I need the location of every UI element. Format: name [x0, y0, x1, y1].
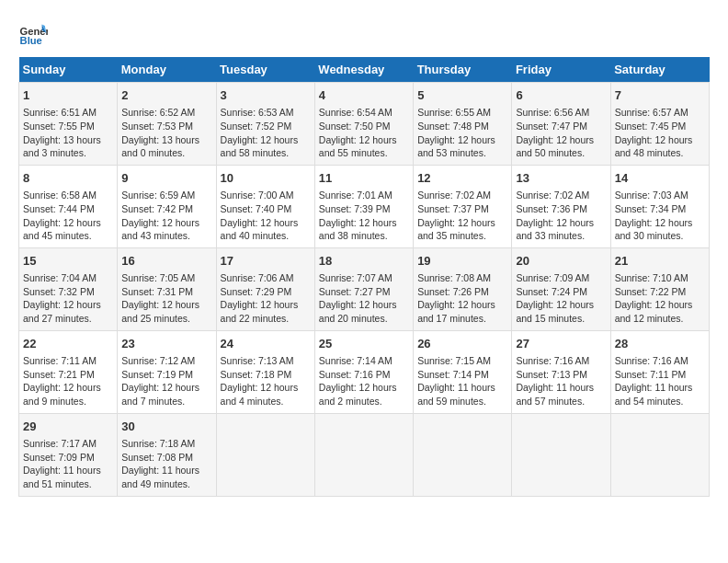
day-info: Sunset: 7:36 PM [516, 203, 587, 214]
calendar-cell: 10Sunrise: 7:00 AMSunset: 7:40 PMDayligh… [216, 165, 314, 247]
calendar-cell: 16Sunrise: 7:05 AMSunset: 7:31 PMDayligh… [118, 247, 216, 330]
day-info: Sunset: 7:42 PM [121, 203, 193, 214]
calendar-header: SundayMondayTuesdayWednesdayThursdayFrid… [19, 57, 710, 83]
day-info: Sunrise: 7:10 AM [615, 272, 688, 283]
calendar-cell: 30Sunrise: 7:18 AMSunset: 7:08 PMDayligh… [118, 413, 216, 496]
calendar-cell: 28Sunrise: 7:16 AMSunset: 7:11 PMDayligh… [610, 330, 709, 413]
day-info: Sunrise: 7:17 AM [23, 438, 97, 449]
day-info: Daylight: 12 hours [319, 382, 397, 393]
calendar-cell: 21Sunrise: 7:10 AMSunset: 7:22 PMDayligh… [610, 247, 709, 330]
day-info: Sunset: 7:31 PM [121, 286, 193, 297]
calendar-cell: 1Sunrise: 6:51 AMSunset: 7:55 PMDaylight… [19, 83, 118, 166]
day-info: and 54 minutes. [615, 396, 684, 407]
day-header-tuesday: Tuesday [216, 57, 314, 83]
day-info: Sunset: 7:22 PM [615, 286, 687, 297]
day-info: Sunrise: 6:57 AM [615, 107, 688, 118]
day-info: Sunrise: 6:55 AM [417, 107, 491, 118]
day-info: Sunset: 7:29 PM [221, 286, 292, 297]
day-info: Sunset: 7:14 PM [417, 369, 489, 380]
calendar-cell [414, 413, 512, 496]
calendar-cell [512, 413, 610, 496]
day-info: Sunset: 7:45 PM [615, 121, 687, 132]
calendar-cell: 11Sunrise: 7:01 AMSunset: 7:39 PMDayligh… [314, 165, 413, 247]
day-info: and 27 minutes. [23, 313, 92, 324]
calendar-cell: 4Sunrise: 6:54 AMSunset: 7:50 PMDaylight… [314, 83, 413, 166]
day-number: 17 [221, 253, 311, 270]
day-number: 12 [417, 170, 507, 187]
day-info: Sunset: 7:39 PM [319, 203, 391, 214]
day-number: 3 [221, 87, 311, 104]
day-info: Sunrise: 6:53 AM [221, 107, 294, 118]
day-info: Daylight: 12 hours [121, 217, 199, 228]
day-info: Sunset: 7:32 PM [23, 286, 95, 297]
day-info: Daylight: 12 hours [121, 382, 199, 393]
day-info: Daylight: 12 hours [516, 299, 594, 310]
day-info: Daylight: 12 hours [615, 134, 693, 145]
day-info: Sunrise: 7:02 AM [417, 190, 491, 201]
day-info: Sunset: 7:52 PM [221, 121, 292, 132]
day-info: and 30 minutes. [615, 230, 684, 241]
day-info: Sunrise: 7:16 AM [615, 355, 688, 366]
calendar-cell: 15Sunrise: 7:04 AMSunset: 7:32 PMDayligh… [19, 247, 118, 330]
day-info: Sunrise: 6:56 AM [516, 107, 589, 118]
day-header-monday: Monday [118, 57, 216, 83]
day-info: Sunset: 7:53 PM [121, 121, 193, 132]
calendar-table: SundayMondayTuesdayWednesdayThursdayFrid… [18, 57, 710, 497]
calendar-cell: 5Sunrise: 6:55 AMSunset: 7:48 PMDaylight… [414, 83, 512, 166]
day-info: Daylight: 12 hours [221, 299, 299, 310]
day-info: Sunset: 7:26 PM [417, 286, 489, 297]
day-info: Sunset: 7:47 PM [516, 121, 587, 132]
day-info: Sunset: 7:50 PM [319, 121, 391, 132]
calendar-cell [610, 413, 709, 496]
day-number: 5 [417, 87, 507, 104]
day-info: and 33 minutes. [516, 230, 585, 241]
day-info: Daylight: 12 hours [516, 217, 594, 228]
day-info: and 40 minutes. [221, 230, 290, 241]
day-info: Daylight: 12 hours [23, 382, 101, 393]
day-info: Sunrise: 7:08 AM [417, 272, 491, 283]
day-info: Sunrise: 6:58 AM [23, 190, 97, 201]
day-info: Sunrise: 7:04 AM [23, 272, 97, 283]
day-info: Sunset: 7:55 PM [23, 121, 95, 132]
day-info: Daylight: 11 hours [516, 382, 594, 393]
day-header-sunday: Sunday [19, 57, 118, 83]
day-info: Sunset: 7:08 PM [121, 452, 193, 463]
day-info: and 7 minutes. [121, 396, 185, 407]
day-info: and 53 minutes. [417, 147, 486, 158]
day-info: and 51 minutes. [23, 478, 92, 489]
day-info: Sunrise: 7:02 AM [516, 190, 589, 201]
day-info: and 12 minutes. [615, 313, 684, 324]
day-info: Sunrise: 7:16 AM [516, 355, 589, 366]
day-info: and 20 minutes. [319, 313, 388, 324]
day-info: and 45 minutes. [23, 230, 92, 241]
day-number: 13 [516, 170, 606, 187]
day-info: Sunrise: 6:54 AM [319, 107, 392, 118]
day-info: Sunrise: 7:07 AM [319, 272, 392, 283]
day-number: 25 [319, 336, 409, 352]
day-info: Daylight: 12 hours [23, 217, 101, 228]
day-info: Sunrise: 7:15 AM [417, 355, 491, 366]
day-info: Sunset: 7:16 PM [319, 369, 391, 380]
calendar-week-5: 29Sunrise: 7:17 AMSunset: 7:09 PMDayligh… [19, 413, 710, 496]
day-info: and 50 minutes. [516, 147, 585, 158]
day-info: Daylight: 12 hours [121, 299, 199, 310]
day-info: Daylight: 13 hours [23, 134, 101, 145]
day-number: 15 [23, 253, 113, 270]
calendar-cell: 12Sunrise: 7:02 AMSunset: 7:37 PMDayligh… [414, 165, 512, 247]
day-info: and 9 minutes. [23, 396, 86, 407]
day-info: Daylight: 11 hours [417, 382, 495, 393]
day-info: Sunset: 7:48 PM [417, 121, 489, 132]
day-info: Daylight: 12 hours [417, 134, 495, 145]
day-info: and 57 minutes. [516, 396, 585, 407]
day-number: 11 [319, 170, 409, 187]
day-info: Sunset: 7:37 PM [417, 203, 489, 214]
day-info: Sunset: 7:21 PM [23, 369, 95, 380]
day-info: and 43 minutes. [121, 230, 190, 241]
calendar-week-3: 15Sunrise: 7:04 AMSunset: 7:32 PMDayligh… [19, 247, 710, 330]
day-number: 1 [23, 87, 113, 104]
logo: General Blue [18, 18, 53, 48]
day-header-friday: Friday [512, 57, 610, 83]
day-info: Daylight: 12 hours [23, 299, 101, 310]
day-info: Daylight: 12 hours [516, 134, 594, 145]
calendar-cell: 24Sunrise: 7:13 AMSunset: 7:18 PMDayligh… [216, 330, 314, 413]
